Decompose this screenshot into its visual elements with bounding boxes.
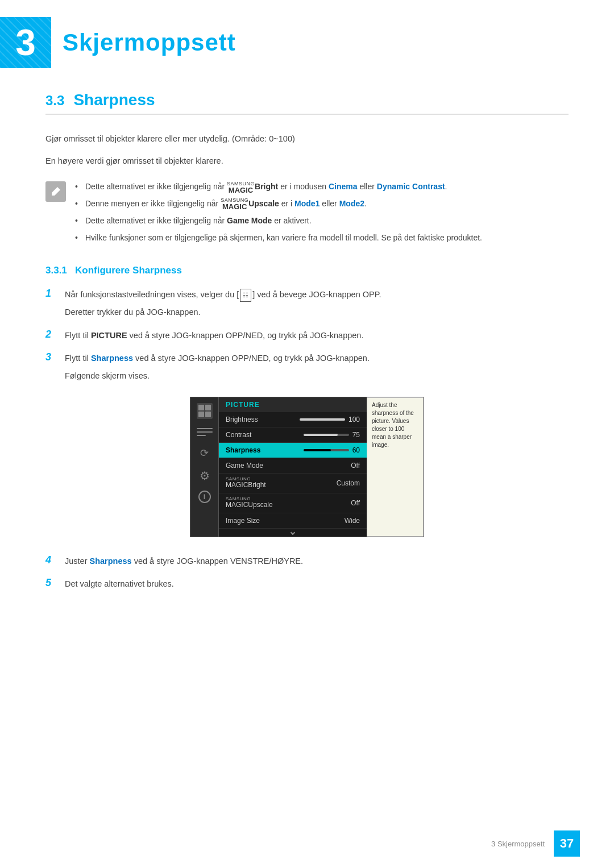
monitor-frame: ⟳ ⚙ i PICTURE Brightness 100: [190, 397, 424, 537]
brightness-bar-fill: [300, 418, 345, 421]
step-item-4: 4 Juster Sharpness ved å styre JOG-knapp…: [45, 554, 569, 568]
menu-row-imagesize: Image Size Wide: [219, 513, 367, 529]
monitor-sidebar: ⟳ ⚙ i: [190, 397, 219, 537]
menu-row-magicupscale: SAMSUNG MAGICUpscale Off: [219, 493, 367, 513]
menu-icon: [197, 403, 213, 419]
note-icon: [45, 181, 66, 202]
section-title: Sharpness: [73, 91, 155, 109]
note-item-2: Denne menyen er ikke tilgjengelig når SA…: [75, 197, 482, 211]
arrows-icon: ⟳: [197, 445, 213, 461]
contrast-value: 75: [352, 431, 360, 439]
scroll-indicator: [219, 529, 367, 537]
sharpness-bar-fill: [304, 449, 331, 451]
section-number: 3.3: [45, 93, 64, 109]
brightness-label: Brightness: [226, 416, 258, 423]
step-subtext-3: Følgende skjerm vises.: [65, 369, 569, 383]
note-list: Dette alternativet er ikke tilgjengelig …: [75, 180, 482, 248]
intro-text-2: En høyere verdi gjør omrisset til objekt…: [45, 154, 569, 168]
step-text-4: Juster Sharpness ved å styre JOG-knappen…: [65, 554, 303, 568]
sharpness-bar: [304, 449, 349, 451]
pencil-icon: [50, 186, 61, 197]
subsection-number: 3.3.1: [45, 265, 67, 276]
step-text-2: Flytt til PICTURE ved å styre JOG-knappe…: [65, 329, 363, 343]
magic-bright-label: SAMSUNG MAGIC: [227, 181, 255, 194]
gamemode-value: Off: [351, 462, 360, 470]
step-number-3: 3: [45, 351, 57, 363]
steps-list: 1 Når funksjonstastveiledningen vises, v…: [45, 288, 569, 383]
step-number-1: 1: [45, 288, 57, 300]
step-item-5: 5 Det valgte alternativet brukes.: [45, 577, 569, 591]
imagesize-label: Image Size: [226, 517, 260, 525]
step-item-2: 2 Flytt til PICTURE ved å styre JOG-knap…: [45, 329, 569, 343]
note-item-1: Dette alternativet er ikke tilgjengelig …: [75, 180, 482, 194]
jog-icon: ☷: [240, 289, 251, 302]
step-number-2: 2: [45, 329, 57, 340]
magicbright-label: SAMSUNG MAGICBright: [226, 477, 266, 489]
step-text-3: Flytt til Sharpness ved å styre JOG-knap…: [65, 351, 370, 366]
monitor-tooltip: Adjust the sharpness of the picture. Val…: [367, 397, 424, 537]
magicbright-main: MAGICBright: [226, 481, 266, 489]
footer-chapter-label: 3 Skjermoppsett: [491, 840, 545, 848]
magicupscale-label: SAMSUNG MAGICUpscale: [226, 497, 273, 509]
contrast-label: Contrast: [226, 431, 251, 439]
magicbright-value: Custom: [337, 479, 360, 487]
contrast-bar: [304, 434, 349, 436]
brightness-bar: [300, 418, 345, 421]
subsection-heading: 3.3.1 Konfigurere Sharpness: [45, 265, 569, 276]
sharpness-value: 60: [352, 446, 360, 454]
gamemode-label: Game Mode: [226, 462, 263, 470]
chapter-number: 3: [15, 24, 36, 61]
imagesize-value: Wide: [345, 517, 360, 525]
footer-page-number: 37: [554, 830, 580, 857]
note-item-4: Hvilke funksjoner som er tilgjengelige p…: [75, 231, 482, 245]
chapter-number-box: 3: [0, 17, 51, 68]
page-footer: 3 Skjermoppsett 37: [491, 830, 580, 857]
step-item-3: 3 Flytt til Sharpness ved å styre JOG-kn…: [45, 351, 569, 366]
monitor-ui: ⟳ ⚙ i PICTURE Brightness 100: [45, 397, 569, 537]
menu-row-sharpness: Sharpness 60: [219, 443, 367, 458]
monitor-menu: PICTURE Brightness 100 Contrast: [219, 397, 367, 537]
note-item-3: Dette alternativet er ikke tilgjengelig …: [75, 214, 482, 228]
step-text-1: Når funksjonstastveiledningen vises, vel…: [65, 288, 381, 302]
brightness-bar-container: 100: [300, 416, 360, 423]
section-heading: 3.3 Sharpness: [45, 91, 569, 115]
subsection-title: Konfigurere Sharpness: [75, 265, 182, 276]
contrast-bar-fill: [304, 434, 338, 436]
intro-text-1: Gjør omrisset til objekter klarere eller…: [45, 132, 569, 146]
magicupscale-main: MAGICUpscale: [226, 501, 273, 509]
lines-icon: [197, 426, 213, 438]
info-icon: i: [198, 491, 211, 503]
sharpness-label: Sharpness: [226, 446, 260, 454]
magicupscale-value: Off: [351, 499, 360, 507]
gear-icon: ⚙: [197, 468, 213, 484]
step-number-5: 5: [45, 577, 57, 589]
menu-row-contrast: Contrast 75: [219, 427, 367, 443]
step-subtext-1: Deretter trykker du på JOG-knappen.: [65, 305, 569, 319]
contrast-bar-container: 75: [304, 431, 360, 439]
note-box: Dette alternativet er ikke tilgjengelig …: [45, 180, 569, 248]
step-item-1: 1 Når funksjonstastveiledningen vises, v…: [45, 288, 569, 302]
chapter-header: 3 Skjermoppsett: [0, 0, 614, 68]
menu-row-gamemode: Game Mode Off: [219, 458, 367, 474]
chapter-title: Skjermoppsett: [63, 29, 236, 56]
step-number-4: 4: [45, 554, 57, 566]
step-text-5: Det valgte alternativet brukes.: [65, 577, 174, 591]
menu-row-magicbright: SAMSUNG MAGICBright Custom: [219, 474, 367, 493]
menu-row-brightness: Brightness 100: [219, 412, 367, 427]
steps-list-2: 4 Juster Sharpness ved å styre JOG-knapp…: [45, 554, 569, 591]
menu-header: PICTURE: [219, 397, 367, 412]
magic-upscale-label: SAMSUNG MAGIC: [221, 198, 248, 210]
sharpness-bar-container: 60: [304, 446, 360, 454]
brightness-value: 100: [349, 416, 360, 423]
main-content: 3.3 Sharpness Gjør omrisset til objekter…: [0, 91, 614, 646]
